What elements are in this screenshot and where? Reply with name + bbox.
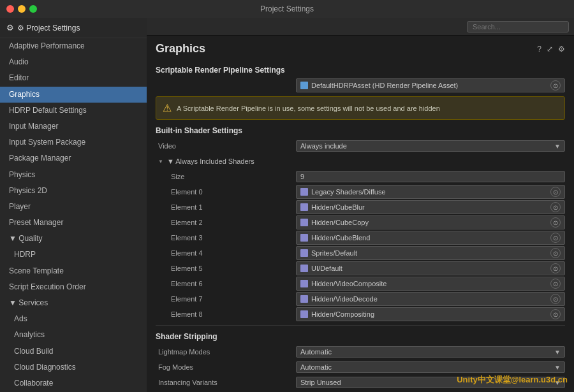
fog-value: Automatic [300, 363, 332, 371]
sidebar-item-script-execution-order[interactable]: Script Execution Order [0, 279, 147, 295]
collapse-arrow: ▼ [158, 159, 163, 164]
element-6-asset[interactable]: Hidden/VideoComposite⊙ [296, 277, 565, 291]
element-7-label: Element 7 [156, 295, 296, 303]
sidebar-item-physics[interactable]: Physics [0, 167, 147, 183]
element-8-row: Element 8Hidden/Compositing⊙ [156, 307, 565, 321]
always-included-row: ▼ ▼ Always Included Shaders [156, 154, 565, 168]
window-controls[interactable] [6, 5, 37, 13]
help-icon[interactable]: ? [537, 45, 541, 54]
sidebar-item-scene-template[interactable]: Scene Template [0, 263, 147, 279]
element-value: Hidden/VideoDecode [311, 295, 378, 303]
video-select[interactable]: Always include ▼ [296, 140, 565, 152]
sidebar-header: ⚙ ⚙ Project Settings [0, 18, 147, 38]
element-btn[interactable]: ⊙ [550, 294, 561, 304]
shader-icon [300, 219, 308, 226]
main-layout: ⚙ ⚙ Project Settings Adaptive Performanc… [0, 18, 574, 392]
scriptable-render-asset-row: DefaultHDRPAsset (HD Render Pipeline Ass… [156, 78, 565, 92]
lightmap-label: Lightmap Modes [156, 348, 296, 356]
asset-select-button[interactable]: ⊙ [550, 80, 561, 91]
lightmap-row: Lightmap Modes Automatic ▼ [156, 345, 565, 359]
layout-icon[interactable]: ⤢ [547, 45, 553, 54]
sidebar-item--services[interactable]: ▼ Services [0, 295, 147, 311]
shader-icon [300, 295, 308, 303]
settings-gear-icon[interactable]: ⚙ [558, 45, 565, 54]
sidebar-item-graphics[interactable]: Graphics [0, 87, 147, 103]
warning-icon: ⚠ [163, 102, 172, 114]
element-btn[interactable]: ⊙ [550, 263, 561, 273]
sidebar-item-ads[interactable]: Ads [0, 311, 147, 327]
element-6-label: Element 6 [156, 280, 296, 287]
video-value: Always include [300, 142, 347, 150]
size-value: 9 [300, 173, 304, 180]
element-btn[interactable]: ⊙ [550, 279, 561, 289]
element-2-asset[interactable]: Hidden/CubeCopy⊙ [296, 215, 565, 229]
sidebar-item-player[interactable]: Player [0, 199, 147, 215]
element-btn[interactable]: ⊙ [550, 233, 561, 243]
lightmap-select[interactable]: Automatic ▼ [296, 346, 565, 358]
element-5-label: Element 5 [156, 265, 296, 272]
scriptable-render-section-title: Scriptable Render Pipeline Settings [156, 66, 565, 75]
warning-text: A Scriptable Render Pipeline is in use, … [177, 105, 440, 112]
element-btn[interactable]: ⊙ [550, 202, 561, 212]
element-0-asset[interactable]: Legacy Shaders/Diffuse⊙ [296, 185, 565, 199]
element-btn[interactable]: ⊙ [550, 187, 561, 197]
window-title: Project Settings [260, 4, 314, 13]
sidebar-title: ⚙ Project Settings [17, 24, 80, 33]
sidebar-item-adaptive-performance[interactable]: Adaptive Performance [0, 38, 147, 54]
element-5-asset[interactable]: UI/Default⊙ [296, 261, 565, 275]
sidebar-item-editor[interactable]: Editor [0, 70, 147, 86]
element-value: Hidden/CubeCopy [311, 219, 369, 226]
element-7-row: Element 7Hidden/VideoDecode⊙ [156, 292, 565, 306]
shader-icon [300, 188, 308, 196]
shader-icon [300, 280, 308, 287]
sidebar-item-input-manager[interactable]: Input Manager [0, 119, 147, 134]
video-label: Video [156, 142, 296, 150]
sidebar: ⚙ ⚙ Project Settings Adaptive Performanc… [0, 18, 147, 392]
element-3-asset[interactable]: Hidden/CubeBlend⊙ [296, 231, 565, 245]
content-header: Graphics ? ⤢ ⚙ [147, 36, 574, 59]
fog-dropdown-arrow: ▼ [554, 364, 561, 371]
element-4-asset[interactable]: Sprites/Default⊙ [296, 246, 565, 260]
element-btn[interactable]: ⊙ [550, 309, 561, 319]
lightmap-value: Automatic [300, 348, 332, 356]
element-8-asset[interactable]: Hidden/Compositing⊙ [296, 307, 565, 321]
sidebar-item-preset-manager[interactable]: Preset Manager [0, 215, 147, 231]
sidebar-item--quality[interactable]: ▼ Quality [0, 231, 147, 247]
builtin-shader-section-title: Built-in Shader Settings [156, 126, 565, 135]
sidebar-item-collaborate[interactable]: Collaborate [0, 375, 147, 391]
minimize-button[interactable] [18, 5, 26, 13]
element-1-row: Element 1Hidden/CubeBlur⊙ [156, 200, 565, 214]
sidebar-item-physics-2d[interactable]: Physics 2D [0, 183, 147, 199]
fog-row: Fog Modes Automatic ▼ [156, 360, 565, 374]
element-6-row: Element 6Hidden/VideoComposite⊙ [156, 277, 565, 291]
instancing-select[interactable]: Strip Unused ▼ [296, 377, 565, 388]
element-1-label: Element 1 [156, 203, 296, 211]
element-value: Sprites/Default [311, 249, 357, 257]
search-input[interactable] [467, 21, 569, 33]
sidebar-item-package-manager[interactable]: Package Manager [0, 150, 147, 166]
sidebar-item-hdrp-default-settings[interactable]: HDRP Default Settings [0, 103, 147, 119]
sidebar-item-hdrp[interactable]: HDRP [0, 247, 147, 263]
fog-select[interactable]: Automatic ▼ [296, 361, 565, 373]
sidebar-item-audio[interactable]: Audio [0, 54, 147, 70]
element-1-asset[interactable]: Hidden/CubeBlur⊙ [296, 200, 565, 214]
sidebar-item-analytics[interactable]: Analytics [0, 327, 147, 343]
element-btn[interactable]: ⊙ [550, 248, 561, 258]
maximize-button[interactable] [29, 5, 37, 13]
element-7-asset[interactable]: Hidden/VideoDecode⊙ [296, 292, 565, 306]
always-included-text: ▼ Always Included Shaders [167, 157, 254, 165]
scriptable-render-asset[interactable]: DefaultHDRPAsset (HD Render Pipeline Ass… [296, 78, 565, 92]
shader-icon [300, 203, 308, 211]
sidebar-item-cloud-diagnostics[interactable]: Cloud Diagnostics [0, 359, 147, 375]
warning-box: ⚠ A Scriptable Render Pipeline is in use… [156, 96, 565, 120]
element-5-row: Element 5UI/Default⊙ [156, 261, 565, 275]
asset-name: DefaultHDRPAsset (HD Render Pipeline Ass… [311, 82, 458, 89]
element-btn[interactable]: ⊙ [550, 217, 561, 228]
size-input[interactable]: 9 [296, 171, 565, 182]
shader-elements-container: Element 0Legacy Shaders/Diffuse⊙Element … [156, 185, 565, 321]
sidebar-item-cloud-build[interactable]: Cloud Build [0, 344, 147, 359]
sidebar-item-input-system-package[interactable]: Input System Package [0, 134, 147, 150]
content-area: Graphics ? ⤢ ⚙ Scriptable Render Pipelin… [147, 18, 574, 392]
element-0-row: Element 0Legacy Shaders/Diffuse⊙ [156, 185, 565, 199]
close-button[interactable] [6, 5, 14, 13]
